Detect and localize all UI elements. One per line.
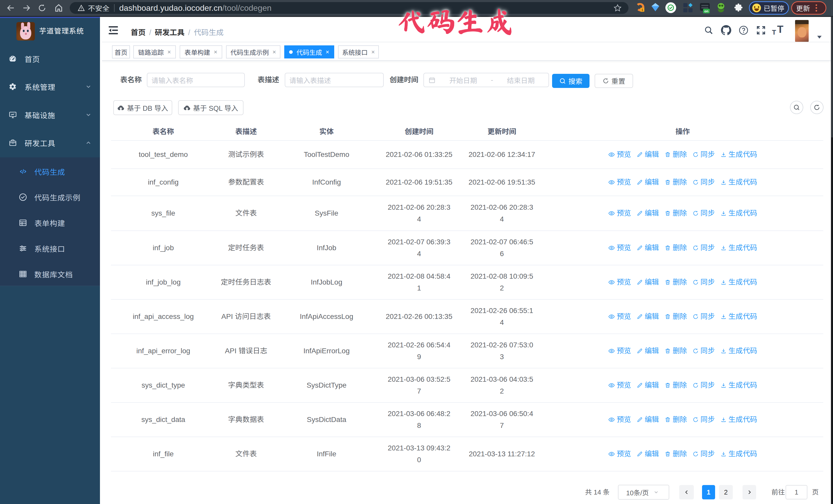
svg-text:on: on <box>704 9 709 13</box>
svg-text:1: 1 <box>641 8 643 12</box>
